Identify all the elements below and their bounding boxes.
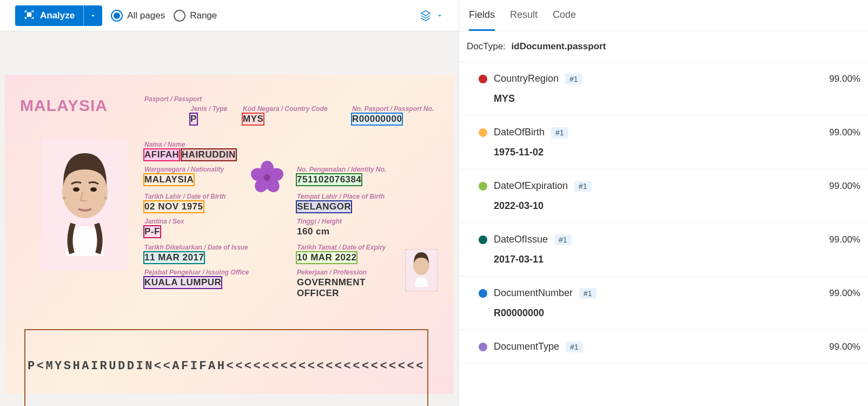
field-item[interactable]: CountryRegion#199.00%MYS [459, 62, 868, 116]
field-confidence: 99.00% [829, 181, 860, 192]
radio-icon [111, 10, 123, 22]
tab-result[interactable]: Result [510, 0, 538, 31]
svg-point-3 [90, 187, 97, 192]
tab-fields[interactable]: Fields [469, 0, 495, 31]
analyze-button[interactable]: Analyze [15, 5, 102, 26]
field-confidence: 99.00% [829, 234, 860, 245]
field-item[interactable]: DateOfExpiration#199.00%2022-03-10 [459, 169, 868, 223]
field-confidence: 99.00% [829, 288, 860, 299]
field-item[interactable]: DateOfIssue#199.00%2017-03-11 [459, 223, 868, 277]
chevron-down-icon [89, 12, 97, 19]
radio-icon [174, 10, 185, 22]
field-item[interactable]: DocumentNumber#199.00%R00000000 [459, 277, 868, 330]
analyze-dropdown[interactable] [83, 5, 102, 26]
mrz-zone[interactable]: P<MYSHAIRUDDIN<<AFIFAH<<<<<<<<<<<<<<<<<<… [25, 330, 427, 406]
fields-list[interactable]: CountryRegion#199.00%MYSDateOfBirth#199.… [459, 62, 868, 406]
analyze-icon [24, 9, 35, 22]
field-value: R00000000 [494, 307, 860, 319]
field-name: DateOfIssue [494, 234, 548, 245]
doc-type-value: idDocument.passport [512, 41, 606, 51]
doc-type-label: DocType: [467, 41, 506, 51]
field-item[interactable]: DocumentType#199.00% [459, 330, 868, 364]
svg-point-5 [104, 197, 107, 200]
field-badge: #1 [574, 181, 592, 192]
passport-title: MALAYSIA [20, 96, 108, 115]
field-color-dot [479, 235, 487, 244]
layers-icon [420, 10, 432, 22]
tabs: Fields Result Code [459, 0, 868, 31]
field-value: MYS [494, 93, 860, 104]
field-name: CountryRegion [494, 73, 559, 84]
tab-code[interactable]: Code [553, 0, 576, 31]
svg-point-11 [264, 174, 270, 181]
field-badge: #1 [565, 74, 582, 84]
field-value: 1975-11-02 [494, 147, 860, 158]
field-confidence: 99.00% [829, 127, 860, 138]
field-name: DateOfExpiration [494, 180, 568, 192]
field-item[interactable]: DateOfBirth#199.00%1975-11-02 [459, 116, 868, 169]
doc-type-row: DocType: idDocument.passport [459, 31, 868, 62]
field-color-dot [479, 128, 487, 137]
radio-range[interactable]: Range [174, 10, 217, 22]
field-badge: #1 [579, 288, 597, 299]
document-viewer-panel: Analyze All pages Range MALAYSIA [0, 0, 459, 406]
field-color-dot [479, 289, 487, 298]
svg-point-2 [73, 187, 79, 192]
field-badge: #1 [566, 342, 583, 352]
field-value: 2022-03-10 [494, 200, 860, 212]
toolbar: Analyze All pages Range [0, 0, 459, 31]
field-name: DocumentType [494, 341, 559, 352]
document-area[interactable]: MALAYSIA Pasport / Passport Jenis / Type… [0, 31, 459, 406]
radio-label-all: All pages [127, 10, 165, 21]
field-color-dot [479, 75, 487, 83]
radio-label-range: Range [190, 10, 217, 21]
ghost-photo [405, 249, 438, 291]
layers-dropdown[interactable] [420, 10, 443, 22]
analyze-label: Analyze [40, 10, 75, 21]
chevron-down-icon [436, 12, 443, 19]
field-value: 2017-03-11 [494, 254, 860, 265]
field-name: DateOfBirth [494, 127, 545, 138]
radio-all-pages[interactable]: All pages [111, 10, 165, 22]
field-color-dot [479, 343, 487, 351]
field-confidence: 99.00% [829, 342, 860, 352]
svg-point-4 [63, 197, 66, 200]
field-color-dot [479, 182, 487, 191]
field-confidence: 99.00% [829, 74, 860, 84]
passport-document[interactable]: MALAYSIA Pasport / Passport Jenis / Type… [5, 75, 454, 394]
hibiscus-icon [248, 159, 286, 197]
field-name: DocumentNumber [494, 287, 573, 299]
analyze-main[interactable]: Analyze [15, 9, 83, 22]
field-badge: #1 [551, 127, 568, 138]
passport-photo [42, 140, 128, 270]
field-badge: #1 [554, 234, 572, 245]
results-panel: Fields Result Code DocType: idDocument.p… [459, 0, 868, 406]
